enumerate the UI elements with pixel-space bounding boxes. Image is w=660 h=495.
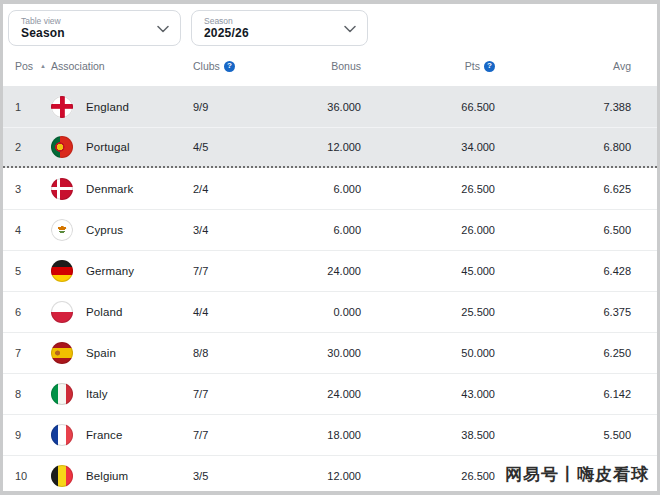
bonus-cell: 24.000 [265,388,361,400]
table-row[interactable]: 8 Italy 7/7 24.000 43.000 6.142 [3,373,657,414]
avg-cell: 6.142 [495,388,631,400]
table-row[interactable]: 6 Poland 4/4 0.000 25.500 6.375 [3,291,657,332]
association-cell: Belgium [51,465,193,487]
table-row[interactable]: 2 Portugal 4/5 12.000 34.000 6.800 [3,127,657,168]
bonus-cell: 6.000 [265,183,361,195]
col-avg[interactable]: Avg [495,60,631,72]
bonus-cell: 24.000 [265,265,361,277]
pos-cell: 9 [15,429,51,441]
association-cell: Denmark [51,178,193,200]
flag-icon [51,96,73,118]
table-row[interactable]: 3 Denmark 2/4 6.000 26.500 6.625 [3,168,657,209]
association-name: France [86,429,122,441]
table-row[interactable]: 9 France 7/7 18.000 38.500 5.500 [3,414,657,455]
help-icon[interactable]: ? [224,61,235,72]
association-cell: France [51,424,193,446]
pos-cell: 10 [15,470,51,482]
table-body: 1 England 9/9 36.000 66.500 7.388 2 Port… [3,86,657,495]
season-dropdown[interactable]: Season 2025/26 [191,10,368,46]
table-row[interactable]: 7 Spain 8/8 30.000 50.000 6.250 [3,332,657,373]
flag-icon [51,342,73,364]
pts-cell: 38.500 [361,429,495,441]
pts-cell: 26.000 [361,224,495,236]
col-pts-label: Pts [465,60,480,72]
pos-cell: 1 [15,101,51,113]
avg-cell: 6.500 [495,224,631,236]
table-view-dropdown[interactable]: Table view Season [8,10,181,46]
bonus-cell: 18.000 [265,429,361,441]
season-label: Season [204,16,339,26]
pts-cell: 43.000 [361,388,495,400]
help-icon[interactable]: ? [484,61,495,72]
association-name: Italy [86,388,108,400]
association-cell: Italy [51,383,193,405]
flag-icon [51,219,73,241]
coefficients-page: Table view Season Season 2025/26 Pos ▲ A… [0,0,660,495]
clubs-cell: 4/4 [193,306,265,318]
flag-icon [51,260,73,282]
association-cell: Spain [51,342,193,364]
pts-cell: 26.500 [361,183,495,195]
pts-cell: 50.000 [361,347,495,359]
avg-cell: 6.625 [495,183,631,195]
association-cell: England [51,96,193,118]
association-cell: Poland [51,301,193,323]
table-row[interactable]: 1 England 9/9 36.000 66.500 7.388 [3,86,657,127]
association-cell: Portugal [51,136,193,158]
clubs-cell: 2/4 [193,183,265,195]
pts-cell: 26.500 [361,470,495,482]
association-cell: Cyprus [51,219,193,241]
association-cell: Germany [51,260,193,282]
table-view-label: Table view [21,16,152,26]
clubs-cell: 4/5 [193,141,265,153]
pos-cell: 8 [15,388,51,400]
flag-icon [51,136,73,158]
col-clubs[interactable]: Clubs ? [193,60,265,72]
table-row[interactable]: 5 Germany 7/7 24.000 45.000 6.428 [3,250,657,291]
col-bonus[interactable]: Bonus [265,60,361,72]
col-pts[interactable]: Pts ? [361,60,495,72]
bonus-cell: 6.000 [265,224,361,236]
association-name: Spain [86,347,116,359]
pos-cell: 3 [15,183,51,195]
avg-cell: 6.375 [495,306,631,318]
avg-cell: 6.428 [495,265,631,277]
table-row[interactable]: 4 Cyprus 3/4 6.000 26.000 6.500 [3,209,657,250]
association-name: Portugal [86,141,130,153]
bonus-cell: 30.000 [265,347,361,359]
bonus-cell: 0.000 [265,306,361,318]
association-name: England [86,101,129,113]
chevron-down-icon [344,19,356,37]
pts-cell: 34.000 [361,141,495,153]
avg-cell: 6.800 [495,141,631,153]
clubs-cell: 8/8 [193,347,265,359]
bonus-cell: 36.000 [265,101,361,113]
bonus-cell: 12.000 [265,470,361,482]
pos-cell: 6 [15,306,51,318]
col-association[interactable]: Association [51,60,193,72]
table-view-value: Season [21,26,152,40]
association-name: Belgium [86,470,128,482]
flag-icon [51,301,73,323]
flag-icon [51,424,73,446]
clubs-cell: 7/7 [193,265,265,277]
watermark: 网易号丨嗨皮看球 [505,463,649,486]
clubs-cell: 9/9 [193,101,265,113]
association-name: Poland [86,306,122,318]
clubs-cell: 7/7 [193,429,265,441]
flag-icon [51,383,73,405]
clubs-cell: 3/4 [193,224,265,236]
avg-cell: 5.500 [495,429,631,441]
pos-cell: 2 [15,141,51,153]
pos-cell: 5 [15,265,51,277]
association-name: Germany [86,265,134,277]
clubs-cell: 3/5 [193,470,265,482]
clubs-cell: 7/7 [193,388,265,400]
avg-cell: 7.388 [495,101,631,113]
col-pos[interactable]: Pos ▲ [15,60,51,72]
filters-bar: Table view Season Season 2025/26 [8,10,657,46]
season-value: 2025/26 [204,26,339,40]
pos-cell: 7 [15,347,51,359]
sort-asc-icon: ▲ [40,63,46,69]
flag-icon [51,465,73,487]
